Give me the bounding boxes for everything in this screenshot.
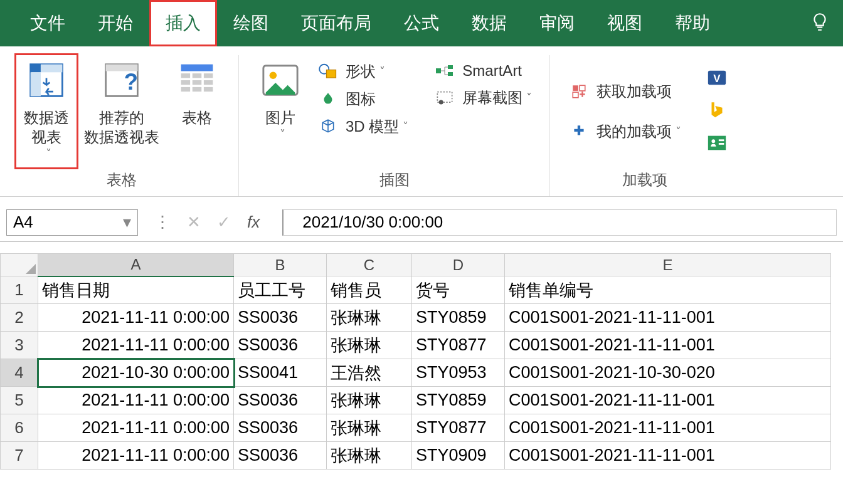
cell[interactable]: C001S001-2021-11-11-001 <box>505 414 831 442</box>
shapes-button[interactable]: 形状˅ <box>310 58 415 85</box>
svg-point-25 <box>439 100 443 105</box>
cell[interactable]: 2021-11-11 0:00:00 <box>38 332 234 359</box>
cell[interactable]: 张琳琳 <box>327 387 412 414</box>
row-header[interactable]: 7 <box>1 442 38 470</box>
3d-models-button[interactable]: 3D 模型˅ <box>310 113 415 140</box>
cell[interactable]: 王浩然 <box>327 359 412 387</box>
chevron-down-icon: ˅ <box>46 147 51 161</box>
cell[interactable]: SS0041 <box>234 359 327 387</box>
cell[interactable]: 销售单编号 <box>505 276 831 304</box>
row-header[interactable]: 5 <box>1 387 38 414</box>
cell[interactable]: SS0036 <box>234 442 327 470</box>
svg-rect-22 <box>448 65 453 69</box>
cell[interactable]: 货号 <box>412 276 505 304</box>
svg-text:V: V <box>714 73 721 85</box>
row-header[interactable]: 4 <box>1 359 38 387</box>
select-all-corner[interactable] <box>1 254 38 276</box>
tab-insert[interactable]: 插入 <box>149 0 217 46</box>
my-addins-button[interactable]: 我的加载项˅ <box>561 118 687 145</box>
svg-rect-14 <box>181 87 191 92</box>
row-header[interactable]: 2 <box>1 304 38 332</box>
table-label: 表格 <box>182 108 212 127</box>
column-header-e[interactable]: E <box>505 254 831 276</box>
cell[interactable]: 2021-11-11 0:00:00 <box>38 442 234 470</box>
cell[interactable]: STY0877 <box>412 414 505 442</box>
cell[interactable]: 张琳琳 <box>327 304 412 332</box>
cell[interactable]: 销售员 <box>327 276 412 304</box>
column-header-a[interactable]: A <box>38 254 234 276</box>
cell[interactable]: 张琳琳 <box>327 414 412 442</box>
drag-handle-icon[interactable]: ⋮ <box>154 213 171 232</box>
cell[interactable]: C001S001-2021-11-11-001 <box>505 387 831 414</box>
table-button[interactable]: 表格 <box>167 55 227 167</box>
formula-input[interactable]: 2021/10/30 0:00:00 <box>282 209 837 236</box>
recommended-pivot-button[interactable]: ? 推荐的 数据透视表 <box>77 55 167 167</box>
name-box[interactable]: A4 ▾ <box>6 209 138 236</box>
svg-rect-10 <box>204 73 213 78</box>
cell[interactable]: 2021-11-11 0:00:00 <box>38 414 234 442</box>
tell-me-icon[interactable] <box>809 11 830 35</box>
table-icon <box>174 58 220 103</box>
tab-review[interactable]: 审阅 <box>523 0 591 46</box>
formula-value: 2021/10/30 0:00:00 <box>302 213 443 232</box>
screenshot-label: 屏幕截图 <box>462 88 522 108</box>
svg-rect-21 <box>436 68 441 73</box>
fx-icon[interactable]: fx <box>247 213 260 232</box>
get-addins-button[interactable]: 获取加载项 <box>561 78 687 105</box>
tab-data[interactable]: 数据 <box>455 0 523 46</box>
cell[interactable]: C001S001-2021-11-11-001 <box>505 442 831 470</box>
cell[interactable]: 2021-11-11 0:00:00 <box>38 304 234 332</box>
cell[interactable]: STY0909 <box>412 442 505 470</box>
visio-icon[interactable]: V <box>706 67 728 91</box>
screenshot-button[interactable]: 屏幕截图˅ <box>427 84 538 112</box>
cell[interactable]: 张琳琳 <box>327 332 412 359</box>
pivot-table-button[interactable]: 数据透 视表 ˅ <box>16 55 77 167</box>
tab-draw[interactable]: 绘图 <box>217 0 285 46</box>
column-header-b[interactable]: B <box>234 254 327 276</box>
cell[interactable]: SS0036 <box>234 414 327 442</box>
enter-icon[interactable]: ✓ <box>217 213 231 232</box>
tab-home[interactable]: 开始 <box>82 0 149 46</box>
bing-icon[interactable] <box>706 100 728 123</box>
cell[interactable]: 员工工号 <box>234 276 327 304</box>
cell[interactable]: SS0036 <box>234 332 327 359</box>
tab-layout[interactable]: 页面布局 <box>285 0 388 46</box>
svg-rect-27 <box>580 85 585 91</box>
cell[interactable]: 张琳琳 <box>327 442 412 470</box>
ribbon-body: 数据透 视表 ˅ ? 推荐的 数据透视表 表格 表格 <box>0 46 843 197</box>
shapes-label: 形状 <box>346 61 376 81</box>
my-addins-icon <box>568 122 590 141</box>
group-illustrations-label: 插图 <box>379 167 410 196</box>
cell[interactable]: 销售日期 <box>38 276 234 304</box>
cell[interactable]: SS0036 <box>234 387 327 414</box>
cell[interactable]: 2021-11-11 0:00:00 <box>38 387 234 414</box>
cell[interactable]: C001S001-2021-11-11-001 <box>505 332 831 359</box>
row-header[interactable]: 6 <box>1 414 38 442</box>
cell[interactable]: STY0953 <box>412 359 505 387</box>
chevron-down-icon: ˅ <box>379 65 385 78</box>
group-tables-label: 表格 <box>107 167 137 196</box>
cell[interactable]: STY0859 <box>412 304 505 332</box>
cell[interactable]: C001S001-2021-10-30-020 <box>505 359 831 387</box>
group-illustrations: 图片 ˅ 形状˅ 图标 3D 模型˅ <box>239 55 550 196</box>
row-header[interactable]: 3 <box>1 332 38 359</box>
cell[interactable]: C001S001-2021-11-11-001 <box>505 304 831 332</box>
people-graph-icon[interactable] <box>706 132 728 156</box>
picture-button[interactable]: 图片 ˅ <box>250 55 310 167</box>
svg-rect-33 <box>719 139 724 141</box>
column-header-c[interactable]: C <box>327 254 412 276</box>
smartart-button[interactable]: SmartArt <box>427 58 538 84</box>
tab-formulas[interactable]: 公式 <box>388 0 455 46</box>
cell[interactable]: STY0859 <box>412 387 505 414</box>
column-header-d[interactable]: D <box>412 254 505 276</box>
cell[interactable]: SS0036 <box>234 304 327 332</box>
cell[interactable]: 2021-10-30 0:00:00 <box>38 359 234 387</box>
row-header[interactable]: 1 <box>1 276 38 304</box>
tab-view[interactable]: 视图 <box>591 0 659 46</box>
cancel-icon[interactable]: ✕ <box>187 213 201 232</box>
tab-file[interactable]: 文件 <box>14 0 82 46</box>
icons-button[interactable]: 图标 <box>310 85 415 113</box>
3d-models-icon <box>317 117 339 136</box>
tab-help[interactable]: 帮助 <box>659 0 726 46</box>
cell[interactable]: STY0877 <box>412 332 505 359</box>
